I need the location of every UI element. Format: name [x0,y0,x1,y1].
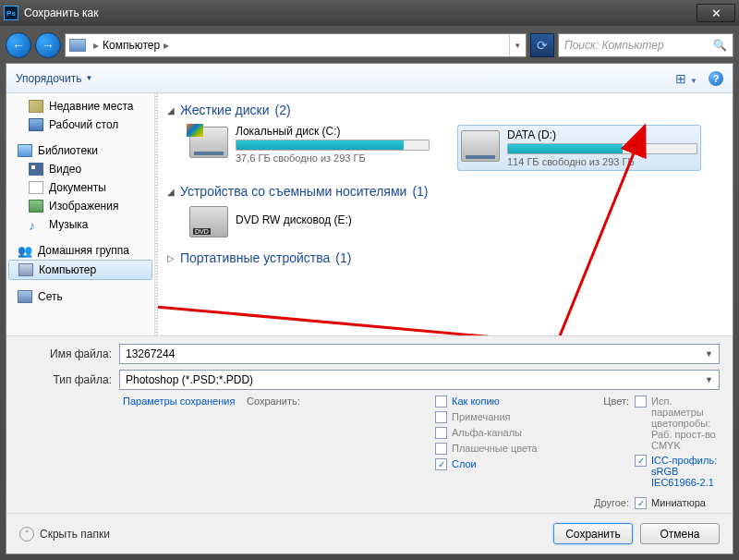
images-icon [29,200,43,213]
chevron-right-icon: ▸ [160,39,173,52]
collapse-icon: ◢ [167,105,175,116]
collapse-icon: ◢ [167,187,175,197]
sidebar-item-homegroup[interactable]: 👥Домашняя группа [6,241,154,260]
expand-icon: ▷ [167,253,175,263]
libraries-icon [18,144,32,157]
breadcrumb-dropdown[interactable]: ▾ [509,34,526,56]
sidebar-item-music[interactable]: ♪Музыка [6,215,154,234]
checkbox-icc[interactable]: ✓ [635,455,647,467]
back-button[interactable]: ← [6,32,31,58]
breadcrumb-text: Компьютер [103,39,160,52]
hide-folders-toggle[interactable]: ˄ Скрыть папки [19,527,110,542]
save-button[interactable]: Сохранить [553,523,633,544]
drive-icon [461,130,500,162]
dvd-icon [189,206,228,237]
save-as-dialog: Ps Сохранить как ✕ ← → ▸ Компьютер ▸ ▾ ⟳… [0,0,739,560]
drive-d[interactable]: DATA (D:) 114 ГБ свободно из 293 ГБ [457,125,701,171]
chevron-right-icon: ▸ [90,39,103,52]
filetype-select[interactable]: Photoshop (*.PSD;*.PDD)▼ [119,370,720,390]
sidebar-item-images[interactable]: Изображения [6,197,154,215]
bottom-panel: Имя файла: 13267244▼ Тип файла: Photosho… [6,335,733,513]
chevron-up-icon: ˄ [19,527,34,542]
checkbox-thumbnail[interactable]: ✓ [635,497,647,509]
drive-icon [189,127,228,158]
video-icon [29,163,43,176]
capacity-bar [236,140,430,151]
capacity-bar [507,143,697,154]
sidebar-item-computer[interactable]: Компьютер [8,260,152,280]
section-removable[interactable]: ◢ Устройства со съемными носителями (1) [167,184,723,199]
checkbox-spot[interactable] [435,443,447,455]
refresh-button[interactable]: ⟳ [530,33,554,57]
drive-c[interactable]: Локальный диск (C:) 37,6 ГБ свободно из … [189,125,430,171]
computer-icon [18,263,33,276]
network-icon [18,290,32,303]
window-title: Сохранить как [24,6,98,19]
filetype-label: Тип файла: [19,373,119,386]
search-icon: 🔍 [713,39,727,52]
checkbox-as-copy[interactable] [435,396,447,408]
music-icon: ♪ [29,218,43,231]
filename-input[interactable]: 13267244▼ [119,344,720,364]
toolbar: Упорядочить ▼ ⊞ ▼ ? [6,64,733,93]
close-button[interactable]: ✕ [697,4,735,22]
svg-line-0 [158,306,557,335]
filename-label: Имя файла: [19,347,119,360]
sidebar-item-recent[interactable]: Недавние места [6,97,154,116]
view-options-button[interactable]: ⊞ ▼ [675,71,697,86]
forward-button[interactable]: → [35,32,61,58]
photoshop-icon: Ps [4,6,18,20]
recent-icon [29,100,43,113]
chevron-down-icon[interactable]: ▼ [705,375,713,384]
chevron-down-icon[interactable]: ▼ [85,74,92,82]
section-portable[interactable]: ▷ Портативные устройства (1) [167,250,723,265]
help-button[interactable]: ? [709,71,723,86]
sidebar-item-desktop[interactable]: Рабочий стол [6,116,154,134]
content-pane: ◢ Жесткие диски (2) Локальный диск (C:) … [158,93,733,335]
computer-icon [69,39,86,52]
drive-dvd[interactable]: DVD RW дисковод (E:) [189,206,430,237]
sidebar-item-network[interactable]: Сеть [6,287,154,306]
document-icon [29,181,43,194]
nav-row: ← → ▸ Компьютер ▸ ▾ ⟳ Поиск: Компьютер 🔍 [6,31,733,59]
cancel-button[interactable]: Отмена [640,523,720,544]
checkbox-alpha[interactable] [435,427,447,439]
checkbox-proof[interactable] [635,396,647,408]
desktop-icon [29,118,43,131]
chevron-down-icon[interactable]: ▼ [705,349,713,359]
breadcrumb[interactable]: ▸ Компьютер ▸ ▾ [65,33,527,57]
save-parameters-link[interactable]: Параметры сохранения [123,396,235,407]
footer: ˄ Скрыть папки Сохранить Отмена [6,513,733,554]
homegroup-icon: 👥 [18,244,32,257]
sidebar-item-documents[interactable]: Документы [6,178,154,197]
sidebar-item-video[interactable]: Видео [6,160,154,178]
save-options-head: Сохранить: [247,396,426,407]
organize-menu[interactable]: Упорядочить [16,72,81,85]
sidebar: Недавние места Рабочий стол Библиотеки В… [6,93,154,335]
section-hard-drives[interactable]: ◢ Жесткие диски (2) [167,103,723,117]
checkbox-layers[interactable]: ✓ [435,458,447,470]
checkbox-notes[interactable] [435,411,447,423]
search-placeholder: Поиск: Компьютер [564,39,664,52]
search-input[interactable]: Поиск: Компьютер 🔍 [558,33,733,57]
svg-line-1 [557,149,636,335]
sidebar-item-libraries[interactable]: Библиотеки [6,141,154,160]
titlebar[interactable]: Ps Сохранить как ✕ [0,0,739,26]
